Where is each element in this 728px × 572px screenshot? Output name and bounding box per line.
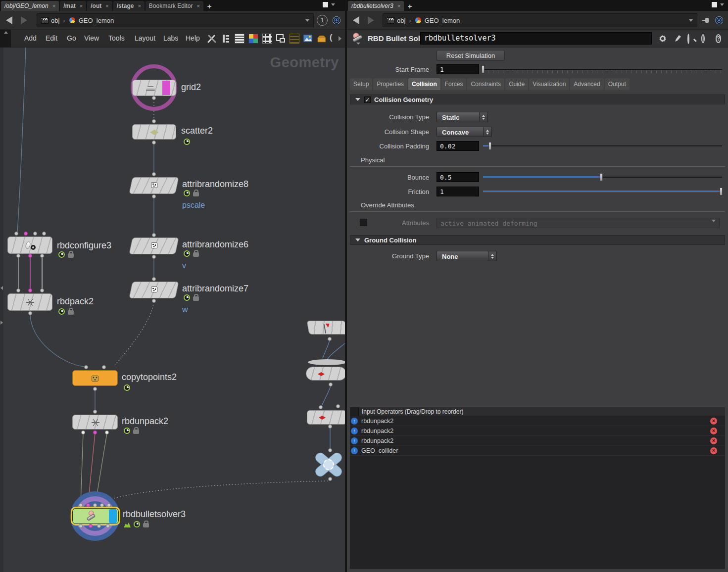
slider-handle[interactable] [482,65,485,73]
connector-dot[interactable] [79,503,83,507]
input-operator-row[interactable]: ↑ rbdunpack2 × [350,416,725,426]
tab-close-icon[interactable]: × [105,3,108,9]
input-operator-row[interactable]: ↑ GEO_collider × [350,446,725,456]
tab-setup[interactable]: Setup [350,78,372,90]
toolbar-overflow-icon[interactable] [339,36,341,41]
connector-dot[interactable] [33,232,37,236]
tab-obj-geo-lemon[interactable]: /obj/GEO_lemon× [1,1,59,11]
forward-icon[interactable] [368,16,374,24]
node-rbdunpack2[interactable] [72,415,118,429]
connector-dot[interactable] [97,524,101,528]
delete-icon[interactable]: × [710,428,717,434]
tab-properties[interactable]: Properties [373,78,407,90]
new-tab-button[interactable]: + [405,1,415,11]
connector-dot[interactable] [105,430,109,434]
path-location[interactable]: GEO_lemon [425,17,460,24]
connector-dot[interactable] [336,404,340,408]
connector-dot[interactable] [152,194,156,198]
menu-tools[interactable]: Tools [108,34,125,42]
bullseye-icon[interactable] [714,15,724,25]
node-rbdpack2[interactable] [7,293,52,311]
connector-dot[interactable] [89,524,93,528]
tab-visualization[interactable]: Visualization [529,78,569,90]
connector-dot[interactable] [107,503,111,507]
pane-dropdown-icon[interactable] [720,3,724,6]
tab-stage[interactable]: /stage× [113,1,145,11]
bullseye-icon[interactable] [332,15,341,25]
node-attribrandomize7[interactable] [129,282,179,298]
slider-handle[interactable] [720,188,723,195]
image-icon[interactable] [303,34,313,44]
collision-geometry-section[interactable]: ✓ Collision Geometry [350,95,725,104]
ground-collision-section[interactable]: Ground Collision [350,235,725,245]
promote-up-icon[interactable]: ↑ [351,418,358,425]
pane-dropdown-icon[interactable] [331,3,335,6]
tab-advanced[interactable]: Advanced [570,78,603,90]
tab-close-icon[interactable]: × [397,3,400,9]
connector-dot[interactable] [152,255,156,259]
menu-help[interactable]: Help [186,34,200,42]
bounce-slider[interactable] [483,172,722,182]
connector-dot[interactable] [14,232,18,236]
connector-dot[interactable] [152,96,156,100]
collision-shape-dropdown[interactable]: Concave [437,127,492,137]
friction-slider[interactable] [483,187,722,196]
menu-add[interactable]: Add [24,34,37,42]
display-flag[interactable] [109,509,117,523]
node-rbdbulletsolver3[interactable] [72,508,119,524]
template-flag[interactable] [162,81,170,95]
sticky-note-icon[interactable] [290,34,299,44]
path-context[interactable]: obj [51,17,59,24]
search-icon[interactable] [687,35,697,45]
menu-go[interactable]: Go [67,34,76,42]
brush-icon[interactable] [673,34,682,44]
connector-dot[interactable] [24,232,28,236]
connector-dot[interactable] [16,254,20,258]
back-icon[interactable] [353,16,359,24]
delete-icon[interactable]: × [710,437,717,444]
history-badge[interactable]: 1 [317,15,328,26]
tab-close-icon[interactable]: × [197,3,200,9]
menu-edit[interactable]: Edit [46,34,57,42]
connector-dot[interactable] [152,277,156,281]
input-operator-row[interactable]: ↑ rbdunpack2 × [350,436,725,446]
help-icon[interactable]: ? [716,34,726,44]
path-context[interactable]: obj [397,17,405,24]
promote-up-icon[interactable]: ↑ [351,437,358,444]
menu-layout[interactable]: Layout [135,34,155,42]
tab-close-icon[interactable]: × [52,3,55,9]
path-field[interactable]: obj › GEO_lemon [37,13,314,27]
connector-dot[interactable] [16,288,20,292]
connector-dot[interactable] [152,233,156,237]
connector-dot[interactable] [40,254,44,258]
collapse-triangle-icon[interactable] [355,98,360,101]
windows-icon[interactable] [276,34,286,44]
node-rbdconfigure3[interactable] [7,237,52,254]
connector-dot[interactable] [28,254,32,258]
connector-dot[interactable] [152,172,156,176]
tab-rbdbulletsolver3[interactable]: rbdbulletsolver3× [348,1,404,11]
connector-dot[interactable] [106,524,110,528]
connector-dot[interactable] [319,405,323,409]
spinner-icon[interactable] [488,251,496,261]
node-attribrandomize6[interactable] [129,238,179,254]
layout-grid-icon[interactable] [262,34,272,44]
node-name-field[interactable]: rbdbulletsolver3 [420,32,652,45]
paren-tool-icon[interactable]: ( [330,33,332,42]
connector-dot[interactable] [100,503,104,507]
bounce-field[interactable]: 0.5 [437,172,479,182]
section-checkbox[interactable]: ✓ [364,96,371,103]
connector-dot[interactable] [102,365,106,369]
toolbox-icon[interactable] [317,34,327,44]
palette-icon[interactable] [248,34,258,44]
connector-dot[interactable] [93,430,97,434]
collision-padding-slider[interactable] [483,141,722,151]
connector-dot[interactable] [81,430,85,434]
connector-dot[interactable] [84,365,88,369]
tab-output[interactable]: Output [605,78,630,90]
delete-icon[interactable]: × [710,418,717,425]
connector-dot[interactable] [328,448,332,452]
path-field[interactable]: obj › GEO_lemon [383,13,697,27]
connector-dot[interactable] [79,524,83,528]
attributes-field[interactable]: active animated deforming [437,218,720,228]
